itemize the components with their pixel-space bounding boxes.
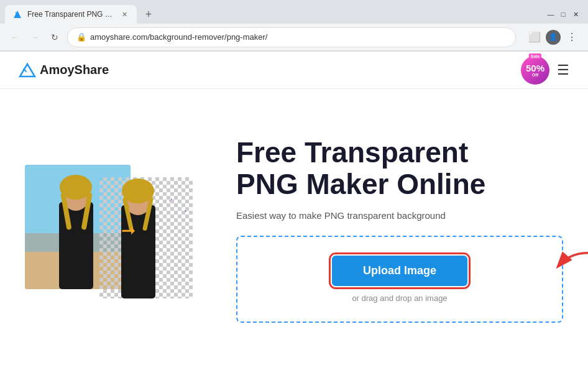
svg-rect-12 [121,205,155,298]
sale-percent: 50% [526,63,544,73]
reload-button[interactable]: ↻ [47,30,62,45]
logo-text: AmoyShare [40,63,109,77]
logo-icon [19,62,36,79]
demo-arrow: ➞ [121,220,136,240]
tab-favicon [12,9,22,19]
minimize-button[interactable]: — [546,9,556,19]
red-arrow-annotation [553,248,588,279]
profile-icon: 👤 [549,33,558,41]
demo-after-image [99,177,193,298]
maximize-button[interactable]: □ [558,9,568,19]
back-button[interactable]: ← [7,30,22,45]
site-logo[interactable]: AmoyShare [19,62,109,79]
address-input[interactable]: 🔒 amoyshare.com/background-remover/png-m… [67,27,516,47]
website-content: AmoyShare Sale 50% Off ☰ [0,52,588,370]
browser-actions: ⬜ 👤 ⋮ [526,29,581,46]
site-navbar: AmoyShare Sale 50% Off ☰ [0,52,588,89]
after-svg [99,177,193,298]
sale-badge[interactable]: Sale 50% Off [521,56,549,85]
right-content: Free Transparent PNG Maker Online Easies… [236,137,563,322]
subtitle: Easiest way to make PNG transparent back… [236,210,563,221]
upload-image-button[interactable]: Upload Image [332,256,467,286]
svg-marker-2 [20,64,35,76]
svg-marker-0 [14,11,21,18]
tab-title: Free Transparent PNG Maker - [27,10,114,19]
title-line1: Free Transparent [236,136,468,169]
forward-button[interactable]: → [27,30,42,45]
sale-label-top: Sale [529,53,541,59]
menu-button[interactable]: ⋮ [563,29,581,46]
hamburger-menu[interactable]: ☰ [557,62,569,78]
address-bar: ← → ↻ 🔒 amoyshare.com/background-remover… [0,24,588,51]
title-line2: PNG Maker Online [236,168,485,200]
drag-drop-text: or drag and drop an image [352,294,447,303]
new-tab-button[interactable]: + [139,5,158,24]
sale-off-label: Off [532,73,538,77]
browser-chrome: Free Transparent PNG Maker - ✕ + — □ ✕ ←… [0,0,588,52]
tab-bar: Free Transparent PNG Maker - ✕ + — □ ✕ [0,0,588,24]
window-controls: — □ ✕ [546,9,583,19]
main-title: Free Transparent PNG Maker Online [236,137,563,200]
tab-close-button[interactable]: ✕ [119,9,129,19]
nav-actions: Sale 50% Off ☰ [521,56,569,85]
close-button[interactable]: ✕ [571,9,581,19]
upload-zone: Upload Image or drag and drop an image [236,236,563,323]
url-text: amoyshare.com/background-remover/png-mak… [90,32,267,42]
active-tab[interactable]: Free Transparent PNG Maker - ✕ [5,5,137,24]
lock-icon: 🔒 [76,32,86,42]
checker-background [99,177,193,298]
image-demo: ➞ ✦ ✦ [25,159,199,302]
main-content: ➞ ✦ ✦ [0,89,588,370]
extensions-button[interactable]: ⬜ [526,29,543,46]
profile-button[interactable]: 👤 [546,30,561,45]
